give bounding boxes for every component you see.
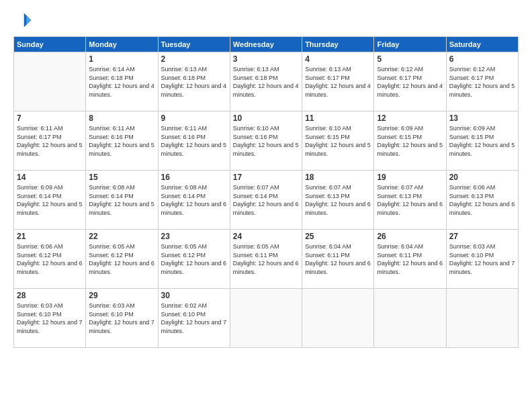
calendar-week-3: 14Sunrise: 6:09 AM Sunset: 6:14 PM Dayli… <box>14 171 519 230</box>
svg-marker-2 <box>26 15 31 25</box>
calendar-cell: 21Sunrise: 6:06 AM Sunset: 6:12 PM Dayli… <box>14 230 86 289</box>
day-info: Sunrise: 6:05 AM Sunset: 6:12 PM Dayligh… <box>161 242 227 276</box>
calendar-cell: 2Sunrise: 6:13 AM Sunset: 6:18 PM Daylig… <box>158 52 230 111</box>
col-header-sunday: Sunday <box>14 37 86 52</box>
day-info: Sunrise: 6:06 AM Sunset: 6:12 PM Dayligh… <box>17 242 83 276</box>
calendar-cell: 15Sunrise: 6:08 AM Sunset: 6:14 PM Dayli… <box>86 171 158 230</box>
day-number: 2 <box>161 54 227 64</box>
day-number: 28 <box>17 291 83 300</box>
day-number: 4 <box>305 54 371 64</box>
calendar-cell <box>302 289 374 348</box>
day-info: Sunrise: 6:07 AM Sunset: 6:13 PM Dayligh… <box>377 183 443 217</box>
calendar-cell <box>14 52 86 111</box>
col-header-friday: Friday <box>374 37 446 52</box>
day-number: 13 <box>449 113 515 123</box>
calendar-cell: 9Sunrise: 6:11 AM Sunset: 6:16 PM Daylig… <box>158 111 230 171</box>
day-info: Sunrise: 6:10 AM Sunset: 6:15 PM Dayligh… <box>305 124 371 158</box>
calendar-week-1: 1Sunrise: 6:14 AM Sunset: 6:18 PM Daylig… <box>14 52 519 111</box>
calendar-cell <box>230 289 302 348</box>
calendar-cell: 28Sunrise: 6:03 AM Sunset: 6:10 PM Dayli… <box>14 289 86 348</box>
calendar-cell: 8Sunrise: 6:11 AM Sunset: 6:16 PM Daylig… <box>86 111 158 171</box>
day-number: 15 <box>89 173 154 182</box>
calendar-cell: 24Sunrise: 6:05 AM Sunset: 6:11 PM Dayli… <box>230 230 302 289</box>
day-number: 23 <box>161 232 227 241</box>
day-info: Sunrise: 6:14 AM Sunset: 6:18 PM Dayligh… <box>89 65 154 99</box>
day-number: 29 <box>89 291 154 300</box>
day-number: 3 <box>233 54 299 64</box>
calendar-cell: 22Sunrise: 6:05 AM Sunset: 6:12 PM Dayli… <box>86 230 158 289</box>
day-number: 21 <box>17 232 83 241</box>
calendar-table: SundayMondayTuesdayWednesdayThursdayFrid… <box>13 36 519 348</box>
day-number: 12 <box>377 113 443 123</box>
day-info: Sunrise: 6:09 AM Sunset: 6:15 PM Dayligh… <box>449 124 515 158</box>
calendar-header-row: SundayMondayTuesdayWednesdayThursdayFrid… <box>14 37 519 52</box>
calendar-week-5: 28Sunrise: 6:03 AM Sunset: 6:10 PM Dayli… <box>14 289 519 348</box>
day-info: Sunrise: 6:11 AM Sunset: 6:17 PM Dayligh… <box>17 124 83 158</box>
page: SundayMondayTuesdayWednesdayThursdayFrid… <box>0 0 532 411</box>
calendar-cell: 29Sunrise: 6:03 AM Sunset: 6:10 PM Dayli… <box>86 289 158 348</box>
day-info: Sunrise: 6:13 AM Sunset: 6:18 PM Dayligh… <box>233 65 299 99</box>
day-info: Sunrise: 6:03 AM Sunset: 6:10 PM Dayligh… <box>17 302 83 335</box>
day-info: Sunrise: 6:10 AM Sunset: 6:16 PM Dayligh… <box>233 124 299 158</box>
day-number: 27 <box>449 232 515 241</box>
col-header-wednesday: Wednesday <box>230 37 302 52</box>
col-header-thursday: Thursday <box>302 37 374 52</box>
calendar-cell: 7Sunrise: 6:11 AM Sunset: 6:17 PM Daylig… <box>14 111 86 171</box>
calendar-cell: 23Sunrise: 6:05 AM Sunset: 6:12 PM Dayli… <box>158 230 230 289</box>
day-number: 19 <box>377 173 443 182</box>
day-number: 8 <box>89 113 154 123</box>
day-number: 22 <box>89 232 154 241</box>
calendar-cell: 10Sunrise: 6:10 AM Sunset: 6:16 PM Dayli… <box>230 111 302 171</box>
calendar-cell: 4Sunrise: 6:13 AM Sunset: 6:17 PM Daylig… <box>302 52 374 111</box>
calendar-week-2: 7Sunrise: 6:11 AM Sunset: 6:17 PM Daylig… <box>14 111 519 171</box>
calendar-cell: 12Sunrise: 6:09 AM Sunset: 6:15 PM Dayli… <box>374 111 446 171</box>
day-info: Sunrise: 6:11 AM Sunset: 6:16 PM Dayligh… <box>89 124 154 158</box>
day-number: 18 <box>305 173 371 182</box>
calendar-cell: 26Sunrise: 6:04 AM Sunset: 6:11 PM Dayli… <box>374 230 446 289</box>
day-info: Sunrise: 6:02 AM Sunset: 6:10 PM Dayligh… <box>161 302 227 335</box>
calendar-cell: 1Sunrise: 6:14 AM Sunset: 6:18 PM Daylig… <box>86 52 158 111</box>
calendar-cell: 27Sunrise: 6:03 AM Sunset: 6:10 PM Dayli… <box>446 230 518 289</box>
day-info: Sunrise: 6:04 AM Sunset: 6:11 PM Dayligh… <box>377 242 443 276</box>
day-number: 9 <box>161 113 227 123</box>
col-header-saturday: Saturday <box>446 37 518 52</box>
col-header-monday: Monday <box>86 37 158 52</box>
day-number: 7 <box>17 113 83 123</box>
day-number: 6 <box>449 54 515 64</box>
calendar-cell: 16Sunrise: 6:08 AM Sunset: 6:14 PM Dayli… <box>158 171 230 230</box>
day-info: Sunrise: 6:09 AM Sunset: 6:15 PM Dayligh… <box>377 124 443 158</box>
calendar-cell: 13Sunrise: 6:09 AM Sunset: 6:15 PM Dayli… <box>446 111 518 171</box>
calendar-cell: 20Sunrise: 6:06 AM Sunset: 6:13 PM Dayli… <box>446 171 518 230</box>
day-info: Sunrise: 6:07 AM Sunset: 6:14 PM Dayligh… <box>233 183 299 217</box>
day-info: Sunrise: 6:05 AM Sunset: 6:12 PM Dayligh… <box>89 242 154 276</box>
calendar-week-4: 21Sunrise: 6:06 AM Sunset: 6:12 PM Dayli… <box>14 230 519 289</box>
day-number: 5 <box>377 54 443 64</box>
calendar-cell: 30Sunrise: 6:02 AM Sunset: 6:10 PM Dayli… <box>158 289 230 348</box>
day-number: 1 <box>89 54 154 64</box>
day-number: 26 <box>377 232 443 241</box>
col-header-tuesday: Tuesday <box>158 37 230 52</box>
calendar-cell: 14Sunrise: 6:09 AM Sunset: 6:14 PM Dayli… <box>14 171 86 230</box>
day-number: 24 <box>233 232 299 241</box>
day-info: Sunrise: 6:05 AM Sunset: 6:11 PM Dayligh… <box>233 242 299 276</box>
calendar-cell: 19Sunrise: 6:07 AM Sunset: 6:13 PM Dayli… <box>374 171 446 230</box>
day-number: 14 <box>17 173 83 182</box>
day-info: Sunrise: 6:11 AM Sunset: 6:16 PM Dayligh… <box>161 124 227 158</box>
calendar-cell <box>374 289 446 348</box>
day-info: Sunrise: 6:12 AM Sunset: 6:17 PM Dayligh… <box>449 65 515 99</box>
day-info: Sunrise: 6:08 AM Sunset: 6:14 PM Dayligh… <box>89 183 154 217</box>
day-info: Sunrise: 6:04 AM Sunset: 6:11 PM Dayligh… <box>305 242 371 276</box>
day-info: Sunrise: 6:07 AM Sunset: 6:13 PM Dayligh… <box>305 183 371 217</box>
day-info: Sunrise: 6:06 AM Sunset: 6:13 PM Dayligh… <box>449 183 515 217</box>
day-number: 25 <box>305 232 371 241</box>
calendar-cell: 17Sunrise: 6:07 AM Sunset: 6:14 PM Dayli… <box>230 171 302 230</box>
day-number: 10 <box>233 113 299 123</box>
calendar-cell: 11Sunrise: 6:10 AM Sunset: 6:15 PM Dayli… <box>302 111 374 171</box>
day-info: Sunrise: 6:08 AM Sunset: 6:14 PM Dayligh… <box>161 183 227 217</box>
logo <box>13 11 35 30</box>
day-number: 11 <box>305 113 371 123</box>
calendar-cell: 25Sunrise: 6:04 AM Sunset: 6:11 PM Dayli… <box>302 230 374 289</box>
day-info: Sunrise: 6:12 AM Sunset: 6:17 PM Dayligh… <box>377 65 443 99</box>
day-info: Sunrise: 6:13 AM Sunset: 6:17 PM Dayligh… <box>305 65 371 99</box>
calendar-cell: 6Sunrise: 6:12 AM Sunset: 6:17 PM Daylig… <box>446 52 518 111</box>
